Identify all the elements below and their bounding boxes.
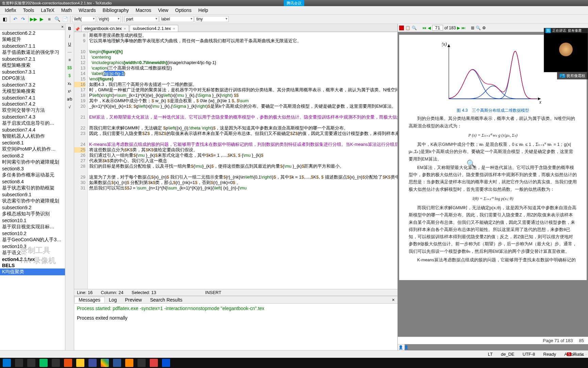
inline-math-icon[interactable]: $ xyxy=(66,72,73,79)
sidebar-item[interactable]: subsection9.2 xyxy=(0,204,65,211)
sidebar-item[interactable]: 无模型策略搜索 xyxy=(0,88,65,95)
msg-tab-preview[interactable]: Preview xyxy=(121,297,146,303)
explorer-icon[interactable] xyxy=(76,359,84,367)
menu-macros[interactable]: Macros xyxy=(132,7,155,13)
system-tray[interactable]: S 英 · ☁ · xyxy=(567,351,587,357)
sub-icon[interactable]: x₁ xyxy=(66,80,73,87)
tab-pin-icon[interactable]: 📌 xyxy=(75,27,80,32)
pv-config-icon[interactable]: ⚙ xyxy=(482,26,486,30)
pv-user2-icon[interactable]: 👤 xyxy=(404,345,409,350)
chrome-icon[interactable] xyxy=(101,359,109,367)
sidebar-item[interactable]: section10.1 xyxy=(0,217,65,224)
sidebar-item[interactable]: 基于双目视觉实现目标… xyxy=(0,224,65,230)
sqrt-icon[interactable]: √ xyxy=(66,104,73,110)
sidebar-item[interactable]: 基于值函数逼近的强化学习 xyxy=(0,49,65,56)
sidebar-item[interactable]: subsection7.4.3 xyxy=(0,114,65,120)
sidebar-item[interactable]: 智能机器人人机协作 xyxy=(0,133,65,140)
pv-last-icon[interactable]: ⏭ xyxy=(461,26,466,30)
pv-first-icon[interactable]: ⏮ xyxy=(422,26,426,30)
stop-icon[interactable]: ■ xyxy=(46,16,53,22)
tencent-icon[interactable] xyxy=(162,359,170,367)
sidebar-item[interactable]: 双空间交替学习方法 xyxy=(0,107,65,114)
menu-idefix[interactable]: Idefix xyxy=(1,7,19,13)
pv-next-icon[interactable]: ▶ xyxy=(457,26,460,30)
app2-icon[interactable] xyxy=(150,359,158,367)
pv-prev-icon[interactable]: ◀ xyxy=(428,26,431,30)
sidebar-item[interactable]: section8.1 xyxy=(0,140,65,146)
sidebar-item[interactable]: subsection7.4.1 xyxy=(0,95,65,101)
msg-tab-log[interactable]: Log xyxy=(105,297,121,303)
close-icon[interactable]: × xyxy=(173,27,175,31)
sidebar-item[interactable]: section10.2 xyxy=(0,230,65,236)
view-pdf-icon[interactable]: 🔍 xyxy=(54,16,61,22)
pv-copy-icon[interactable]: 📋 xyxy=(405,26,410,30)
math-icon[interactable]: $$ xyxy=(66,64,73,71)
sidebar-close-icon[interactable]: × xyxy=(61,25,64,29)
underline-icon[interactable]: U xyxy=(66,41,73,48)
terminal-icon[interactable] xyxy=(52,359,60,367)
menu-math[interactable]: Math xyxy=(58,7,75,13)
sidebar-item[interactable]: subsection7.1.1 xyxy=(0,43,65,49)
build-run-icon[interactable]: ▶▶ xyxy=(30,16,37,22)
video-overlay[interactable]: 正在讲话: 犹有傲霜 xyxy=(544,28,588,72)
sidebar-item[interactable]: 基于状态索引的协助框架 xyxy=(0,185,65,191)
menu-tools[interactable]: Tools xyxy=(19,7,37,13)
menu-options[interactable]: Options xyxy=(172,7,195,13)
close-icon[interactable]: × xyxy=(124,27,126,31)
msg-tab-search[interactable]: Search Results xyxy=(146,297,186,303)
wps-icon[interactable] xyxy=(64,359,72,367)
word-icon[interactable] xyxy=(113,359,121,367)
wechat-icon[interactable] xyxy=(39,359,48,367)
tab-elegantbook[interactable]: elegantbook-cn.tex× xyxy=(81,25,129,32)
combo-part[interactable]: part xyxy=(125,16,159,22)
texstudio-icon[interactable] xyxy=(88,359,97,367)
tb-divider-icon[interactable]: ◧ xyxy=(1,16,8,22)
code-editor[interactable]: 89 1011121314151617181920 21 2223 242526… xyxy=(74,32,397,289)
pv-find-icon[interactable]: 🔍 xyxy=(412,26,417,30)
sidebar-item[interactable]: 模型策略搜索 xyxy=(0,62,65,69)
sidebar-item[interactable]: ection4.2.1.tex xyxy=(0,256,65,262)
sidebar-item[interactable]: subsection7.3.2 xyxy=(0,82,65,88)
compile-icon[interactable]: ▶ xyxy=(38,16,45,22)
combo-label[interactable]: label xyxy=(160,16,194,22)
sidebar-item[interactable]: subsection6.2.2 xyxy=(0,30,65,36)
status-lang[interactable]: de_DE xyxy=(501,352,514,357)
sidebar-item[interactable]: 基于语义… xyxy=(0,249,65,256)
sidebar-item[interactable]: 多任务协作概率运动基元 xyxy=(0,172,65,179)
redo-icon[interactable]: ↷ xyxy=(20,16,27,22)
taskview-icon[interactable] xyxy=(27,359,35,367)
status-enc[interactable]: UTF-8 xyxy=(523,352,535,357)
pv-fit-icon[interactable]: ⊞ xyxy=(471,26,474,30)
messages-close-icon[interactable]: × xyxy=(389,297,397,303)
bold-icon[interactable]: B xyxy=(66,25,73,32)
sidebar-item[interactable]: section8.3 xyxy=(0,166,65,172)
view-log-icon[interactable]: 📄 xyxy=(62,16,68,22)
menu-wizards[interactable]: Wizards xyxy=(75,7,99,13)
sidebar-item[interactable]: section8.2 xyxy=(0,153,65,159)
sidebar-item[interactable]: subsection7.3.1 xyxy=(0,69,65,75)
menu-help[interactable]: Help xyxy=(195,7,212,13)
sidebar-item[interactable]: 状态索引协作中的避障规划 xyxy=(0,198,65,204)
emph-icon[interactable]: — xyxy=(66,49,73,56)
status-lt[interactable]: LT xyxy=(488,352,493,357)
italic-icon[interactable]: I xyxy=(66,33,73,40)
everything-icon[interactable] xyxy=(125,359,133,367)
start-icon[interactable] xyxy=(3,359,11,367)
menu-view[interactable]: View xyxy=(155,7,172,13)
tencent-meeting-badge[interactable]: 腾讯会议 xyxy=(284,0,304,6)
pv-zoom-icon[interactable]: 🔍 xyxy=(476,26,481,30)
sup-icon[interactable]: x¹ xyxy=(66,88,73,95)
sidebar-item[interactable]: subsection7.2.1 xyxy=(0,56,65,62)
sidebar-item[interactable]: section10.3 xyxy=(0,243,65,249)
sidebar-item[interactable]: subsection7.4.2 xyxy=(0,101,65,107)
pv-page-input[interactable] xyxy=(432,25,443,31)
pv-flag-icon[interactable] xyxy=(399,26,404,30)
combo-left[interactable]: \left( xyxy=(72,16,96,22)
windows-taskbar[interactable] xyxy=(0,358,588,368)
sidebar-item[interactable]: 多模态感知与手势识别 xyxy=(0,211,65,217)
sidebar-item[interactable]: 基于启发式信息导引的… xyxy=(0,120,65,127)
combo-tiny[interactable]: tiny xyxy=(195,16,229,22)
app-icon[interactable] xyxy=(137,359,146,367)
pv-user-icon[interactable]: 👤 xyxy=(398,345,403,350)
combo-right[interactable]: \right) xyxy=(97,16,121,22)
